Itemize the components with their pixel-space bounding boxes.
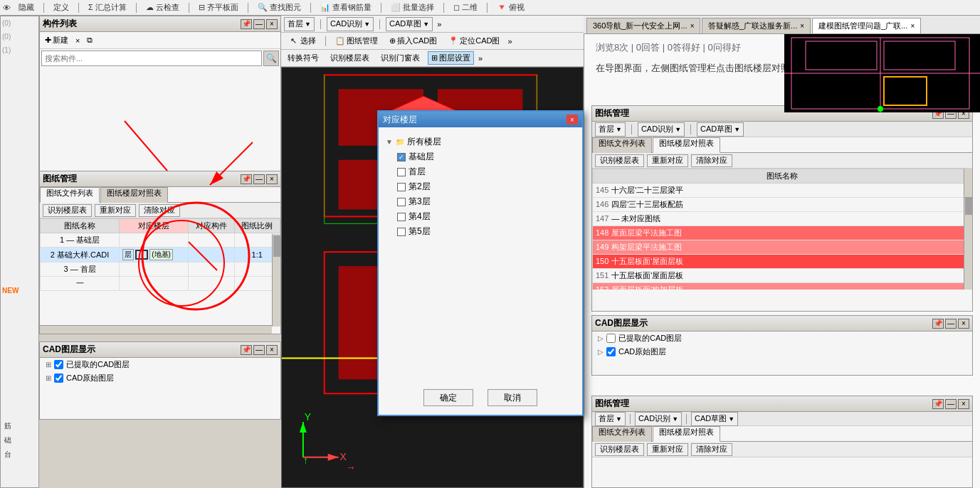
floor3-checkbox[interactable] <box>397 198 406 206</box>
right2-recognize-btn[interactable]: 识别楼层表 <box>595 443 644 456</box>
right-re-match-btn[interactable]: 重新对应 <box>647 154 688 167</box>
right-table-row-strong-highlight[interactable]: 150十五层板面'屋面层板 <box>593 255 972 269</box>
tree-item-first[interactable]: 首层 <box>383 164 578 179</box>
scroll-thumb[interactable] <box>273 235 280 257</box>
right-floor-selector[interactable]: 首层 ▼ <box>595 122 626 137</box>
tree-item-3[interactable]: 第3层 <box>383 194 578 209</box>
right-cad-recognize-selector[interactable]: CAD识别 ▼ <box>638 122 685 137</box>
cad-layer-pin[interactable]: 📌 <box>241 345 252 355</box>
table-row[interactable]: 一 <box>41 277 280 291</box>
re-match-btn[interactable]: 重新对应 <box>95 204 136 217</box>
dialog-close-btn[interactable]: × <box>567 115 578 124</box>
right-tab-floor-map[interactable]: 图纸楼层对照表 <box>653 137 720 153</box>
tab-floor-map[interactable]: 图纸楼层对照表 <box>100 187 168 203</box>
rdp2-close[interactable]: × <box>958 399 969 409</box>
table-row[interactable]: 3 — 首层 <box>41 262 280 277</box>
cloud-check-btn[interactable]: ☁ 云检查 <box>144 1 181 14</box>
tab1-close[interactable]: × <box>690 22 695 30</box>
drawing-mgmt-btn[interactable]: 📋 图纸管理 <box>332 34 381 48</box>
table-row[interactable]: 1 — 基础层 <box>41 233 280 248</box>
floor-selector[interactable]: 首层 ▼ <box>284 17 315 31</box>
layer-1-checkbox[interactable] <box>54 360 63 369</box>
right-scroll-thumb[interactable] <box>965 197 972 215</box>
tree-item-2[interactable]: 第2层 <box>383 179 578 194</box>
right2-floor-selector[interactable]: 首层 ▼ <box>595 412 626 426</box>
panel-pin-btn[interactable]: 📌 <box>241 19 252 29</box>
cad-recognize-selector[interactable]: CAD识别 ▼ <box>327 17 374 31</box>
cad-layer-close[interactable]: × <box>266 345 278 355</box>
right2-cad-recognize-selector[interactable]: CAD识别 ▼ <box>635 412 682 426</box>
right-table-row-highlighted[interactable]: 148屋面层梁平法施工图 <box>593 226 972 240</box>
browser-tab-2[interactable]: 答疑解惑_广联达服务新... × <box>702 18 811 33</box>
floor5-checkbox[interactable] <box>397 228 406 236</box>
dialog-cancel-btn[interactable]: 取消 <box>488 389 537 406</box>
right2-tab-file-list[interactable]: 图纸文件列表 <box>592 426 652 442</box>
recognize-door-btn[interactable]: 识别门窗表 <box>377 51 423 65</box>
locate-cad-btn[interactable]: 📍 定位CAD图 <box>445 34 503 48</box>
hide-btn[interactable]: 隐藏 <box>16 1 36 14</box>
2d-btn[interactable]: ◻ 二维 <box>451 1 480 14</box>
browser-tab-1[interactable]: 360导航_新一代安全上网... × <box>586 18 700 33</box>
right-table-row[interactable]: 145十六层'二十三层梁平 <box>593 184 972 198</box>
floor4-checkbox[interactable] <box>397 213 406 221</box>
tab-file-list[interactable]: 图纸文件列表 <box>40 187 100 203</box>
rcl-close[interactable]: × <box>958 319 969 329</box>
cad-layer-min[interactable]: — <box>253 345 265 355</box>
layer-2-checkbox[interactable] <box>54 373 63 383</box>
right-recognize-floor-btn[interactable]: 识别楼层表 <box>595 154 644 167</box>
right-layer-1-cb[interactable] <box>606 334 616 343</box>
drawing-panel-close[interactable]: × <box>266 174 278 184</box>
right-scrollbar[interactable] <box>964 169 972 290</box>
tree-item-4[interactable]: 第4层 <box>383 209 578 224</box>
sum-btn[interactable]: Σ 汇总计算 <box>86 1 129 14</box>
select-btn[interactable]: ↖ 选择 <box>284 34 320 48</box>
right2-cad-draft-selector[interactable]: CAD草图 ▼ <box>691 412 738 426</box>
panel-minimize-btn[interactable]: — <box>253 19 265 29</box>
recognize-floor-btn[interactable]: 识别楼层表 <box>327 51 373 65</box>
right-table-row[interactable]: 151十五层板面'屋面层板 <box>593 269 972 283</box>
floor2-checkbox[interactable] <box>397 183 406 191</box>
drawing-panel-pin[interactable]: 📌 <box>241 174 252 184</box>
panel-close-btn[interactable]: × <box>266 19 278 29</box>
tree-item-foundation[interactable]: ✓ 基础层 <box>383 149 578 164</box>
right-cad-draft-selector[interactable]: CAD草图 ▼ <box>697 122 744 137</box>
level-btn[interactable]: ⊟ 齐平板面 <box>196 1 241 14</box>
expand-icon-1[interactable]: ⊞ <box>46 361 51 368</box>
right-layer-item-2[interactable]: ▷ CAD原始图层 <box>592 345 972 359</box>
first-floor-checkbox[interactable] <box>397 168 406 176</box>
right-layer-2-cb[interactable] <box>606 347 616 356</box>
batch-select-btn[interactable]: ⬜ 批量选择 <box>389 1 436 14</box>
rcl-pin[interactable]: 📌 <box>932 319 944 329</box>
component-search-button[interactable]: 🔍 <box>263 51 279 66</box>
tab3-close[interactable]: × <box>910 22 915 30</box>
foundation-checkbox[interactable]: ✓ <box>397 153 406 161</box>
find-element-btn[interactable]: 🔍 查找图元 <box>255 1 303 14</box>
clear-match-btn[interactable]: 清除对应 <box>139 204 180 217</box>
rcl-min[interactable]: — <box>945 319 957 329</box>
convert-symbol-btn[interactable]: 转换符号 <box>284 51 322 65</box>
tree-item-all[interactable]: ▼ 📁 所有楼层 <box>383 134 578 149</box>
dialog-confirm-btn[interactable]: 确定 <box>423 389 473 406</box>
insert-cad-btn[interactable]: ⊕ 插入CAD图 <box>386 34 441 48</box>
delete-component-btn[interactable]: × <box>73 36 82 46</box>
drawing-table-container[interactable]: 图纸名称 对应楼层 对应构件 图纸比例 1 — 基础层 2 基础大样.CADI <box>40 218 280 318</box>
tree-item-5[interactable]: 第5层 <box>383 224 578 239</box>
table-row[interactable]: 2 基础大样.CADI 层 (地基) 1:1 <box>41 248 280 262</box>
top-view-btn[interactable]: 🔻 俯视 <box>495 1 527 14</box>
tree-expand-icon[interactable]: ▼ <box>386 138 393 146</box>
rdp2-pin[interactable]: 📌 <box>932 399 944 409</box>
right-layer-item-1[interactable]: ▷ 已提取的CAD图层 <box>592 331 972 345</box>
right2-re-match-btn[interactable]: 重新对应 <box>647 443 688 456</box>
tab2-close[interactable]: × <box>800 22 804 30</box>
expand-icon-2[interactable]: ⊞ <box>46 374 51 382</box>
recognize-floor-table-btn[interactable]: 识别楼层表 <box>43 204 92 217</box>
cad-layer-item-2[interactable]: ⊞ CAD原始图层 <box>40 371 280 385</box>
right-table-row-highlighted[interactable]: 152屋面层板面'构架层板 <box>593 283 972 290</box>
right-cad-view[interactable] <box>784 34 980 112</box>
view-rebar-btn[interactable]: 📊 查看钢筋量 <box>318 1 374 14</box>
copy-component-btn[interactable]: ⧉ <box>85 35 95 46</box>
cad-layer-item-1[interactable]: ⊞ 已提取的CAD图层 <box>40 358 280 371</box>
browser-tab-3[interactable]: 建模图纸管理问题_广联... × <box>812 18 921 33</box>
right-clear-match-btn[interactable]: 清除对应 <box>691 154 732 167</box>
define-btn[interactable]: 定义 <box>51 1 71 14</box>
